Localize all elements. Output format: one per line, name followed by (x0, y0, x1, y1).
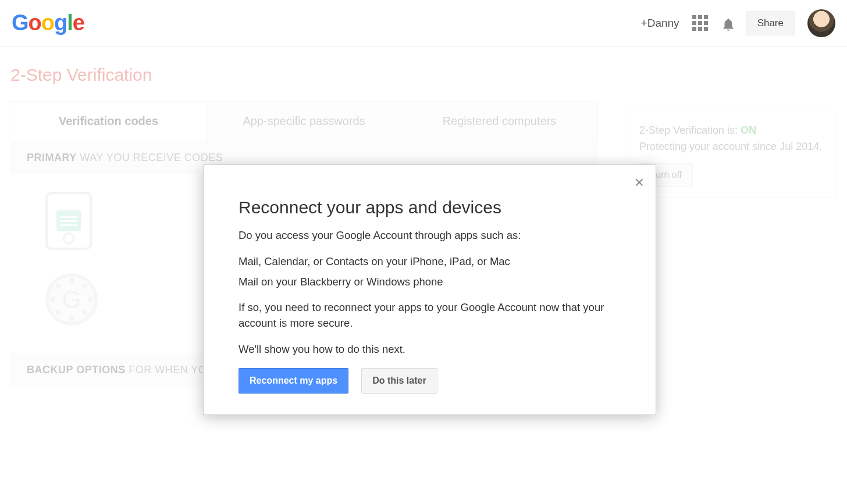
authenticator-icon (45, 273, 98, 326)
modal-title: Reconnect your apps and devices (239, 198, 621, 217)
header: Google +Danny Share (0, 0, 847, 47)
google-logo[interactable]: Google (12, 10, 84, 35)
tabs: Verification codes App-specific password… (10, 101, 598, 141)
status-card: 2-Step Verification is: ON Protecting yo… (626, 112, 837, 198)
apps-icon[interactable] (692, 15, 708, 31)
tab-registered-computers[interactable]: Registered computers (402, 102, 597, 141)
modal-example-1: Mail, Calendar, or Contacts on your iPho… (239, 254, 621, 270)
reconnect-modal: × Reconnect your apps and devices Do you… (203, 165, 656, 415)
user-profile-link[interactable]: +Danny (641, 17, 679, 30)
avatar[interactable] (807, 9, 835, 37)
reconnect-apps-button[interactable]: Reconnect my apps (239, 368, 348, 394)
modal-intro: Do you access your Google Account throug… (239, 228, 621, 244)
modal-body: If so, you need to reconnect your apps t… (239, 300, 621, 331)
page-title: 2-Step Verification (0, 47, 847, 101)
close-icon[interactable]: × (635, 174, 644, 191)
modal-actions: Reconnect my apps Do this later (239, 368, 621, 394)
do-later-button[interactable]: Do this later (361, 368, 437, 394)
modal-next: We'll show you how to do this next. (239, 342, 621, 358)
phone-icon (45, 192, 92, 250)
tab-app-passwords[interactable]: App-specific passwords (207, 102, 402, 141)
notifications-icon[interactable] (721, 17, 734, 30)
status-protecting-text: Protecting your account since Jul 2014. (639, 139, 823, 155)
status-prefix: 2-Step Verification is: (639, 124, 741, 136)
status-on-badge: ON (741, 124, 756, 136)
status-sidebar: 2-Step Verification is: ON Protecting yo… (626, 101, 837, 452)
tab-verification-codes[interactable]: Verification codes (11, 102, 207, 141)
header-actions: +Danny Share (641, 9, 835, 37)
share-button[interactable]: Share (746, 11, 795, 35)
modal-example-2: Mail on your Blackberry or Windows phone (239, 274, 621, 290)
